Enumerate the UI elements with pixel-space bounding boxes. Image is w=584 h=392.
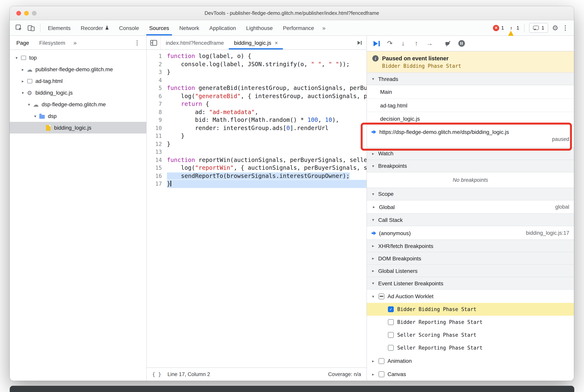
line-content[interactable] — [167, 148, 367, 156]
minimize-window-button[interactable] — [24, 11, 29, 16]
line-number[interactable]: 4 — [147, 76, 167, 84]
console-errors-badge[interactable]: ✕ 1 — [493, 25, 504, 31]
expanded-arrow-icon[interactable]: ▾ — [13, 56, 19, 60]
resume-script-icon[interactable] — [371, 38, 382, 49]
expanded-arrow-icon[interactable]: ▾ — [32, 114, 38, 118]
issues-button[interactable]: 1 — [529, 23, 548, 33]
line-content[interactable]: function generateBid(interestGroup, auct… — [167, 84, 367, 92]
event-listener-breakpoints-section-header[interactable]: ▾ Event Listener Breakpoints — [367, 277, 574, 290]
tree-item-dsp-fledge-demo-glitch-me[interactable]: ▾☁dsp-fledge-demo.glitch.me — [10, 98, 146, 110]
device-toolbar-icon[interactable] — [25, 22, 37, 34]
checkbox-unchecked[interactable] — [388, 345, 394, 351]
line-number[interactable]: 15 — [147, 164, 167, 172]
zoom-window-button[interactable] — [32, 11, 36, 16]
navigator-kebab-icon[interactable]: ⋮ — [129, 39, 145, 46]
line-content[interactable]: return { — [167, 100, 367, 108]
watch-section-header[interactable]: ▸ Watch — [367, 148, 574, 160]
expanded-arrow-icon[interactable]: ▾ — [26, 102, 32, 106]
line-content[interactable]: log("reportWin", { auctionSignals, perBu… — [167, 164, 367, 172]
tab-network[interactable]: Network — [174, 20, 204, 36]
thread-row-paused[interactable]: https://dsp-fledge-demo.glitch.me/dsp/bi… — [367, 126, 574, 147]
line-content[interactable]: } — [167, 180, 367, 188]
tree-item-ad-tag-html[interactable]: ▸ad-tag.html — [10, 75, 146, 87]
elb-group-canvas[interactable]: ▸Canvas — [367, 368, 574, 381]
elb-group-animation[interactable]: ▸Animation — [367, 354, 574, 368]
tab-sources[interactable]: Sources — [144, 20, 174, 36]
line-number[interactable]: 1 — [147, 52, 167, 60]
line-number[interactable]: 3 — [147, 68, 167, 76]
toggle-navigator-icon[interactable] — [147, 36, 161, 50]
window-titlebar[interactable]: DevTools - publisher-fledge-demo.glitch.… — [10, 6, 574, 20]
thread-row-main[interactable]: Main — [367, 85, 574, 99]
settings-gear-icon[interactable]: ⚙ — [552, 24, 558, 32]
line-number[interactable]: 9 — [147, 116, 167, 124]
line-content[interactable]: sendReportTo(browserSignals.interestGrou… — [167, 172, 367, 180]
pause-on-exceptions-icon[interactable] — [456, 38, 467, 49]
collapsed-arrow-icon[interactable]: ▸ — [371, 372, 375, 376]
line-content[interactable]: console.log(label, JSON.stringify(o, " "… — [167, 60, 367, 68]
close-window-button[interactable] — [16, 11, 21, 16]
kebab-menu-icon[interactable]: ⋮ — [562, 24, 569, 32]
collapsed-arrow-icon[interactable]: ▸ — [20, 79, 26, 83]
tab-recorder[interactable]: Recorder — [76, 20, 114, 36]
threads-section-header[interactable]: ▾ Threads — [367, 73, 574, 85]
line-number[interactable]: 10 — [147, 124, 167, 132]
tab-performance[interactable]: Performance — [278, 20, 319, 36]
step-icon[interactable]: → — [424, 38, 435, 49]
elb-item-bidder-reporting-phase-start[interactable]: Bidder Reporting Phase Start — [367, 316, 574, 328]
line-number[interactable]: 11 — [147, 132, 167, 140]
console-warnings-badge[interactable]: ! 1 — [508, 25, 519, 31]
step-out-icon[interactable]: ↑ — [411, 38, 422, 49]
line-content[interactable]: bid: Math.floor(Math.random() * 100, 10)… — [167, 116, 367, 124]
checkbox-checked[interactable] — [388, 306, 394, 312]
line-content[interactable]: } — [167, 132, 367, 140]
tree-item-dsp[interactable]: ▾dsp — [10, 110, 146, 122]
dom-breakpoints-section-header[interactable]: ▸ DOM Breakpoints — [367, 252, 574, 265]
expanded-arrow-icon[interactable]: ▾ — [20, 90, 26, 95]
line-content[interactable]: ad: "ad-metadata", — [167, 108, 367, 116]
tab-console[interactable]: Console — [114, 20, 144, 36]
checkbox-unchecked[interactable] — [388, 319, 394, 325]
line-number[interactable]: 12 — [147, 140, 167, 148]
line-number[interactable]: 2 — [147, 60, 167, 68]
elb-group-ad-auction-worklet[interactable]: ▾Ad Auction Worklet — [367, 290, 574, 303]
elb-item-seller-scoring-phase-start[interactable]: Seller Scoring Phase Start — [367, 328, 574, 342]
line-content[interactable]: } — [167, 68, 367, 76]
line-content[interactable]: } — [167, 140, 367, 148]
line-number[interactable]: 8 — [147, 108, 167, 116]
breakpoints-section-header[interactable]: ▾ Breakpoints — [367, 160, 574, 172]
checkbox-unchecked[interactable] — [379, 371, 384, 377]
line-number[interactable]: 16 — [147, 172, 167, 180]
expanded-arrow-icon[interactable]: ▾ — [371, 294, 375, 298]
tab-filesystem[interactable]: Filesystem — [34, 36, 70, 50]
line-number[interactable]: 14 — [147, 156, 167, 164]
more-editor-tabs-icon[interactable] — [353, 36, 367, 50]
line-content[interactable]: log("generateBid", { interestGroup, auct… — [167, 92, 367, 100]
deactivate-breakpoints-icon[interactable] — [442, 38, 454, 49]
pretty-print-icon[interactable]: { } — [152, 371, 161, 377]
global-listeners-section-header[interactable]: ▸ Global Listeners — [367, 265, 574, 277]
elb-item-seller-reporting-phase-start[interactable]: Seller Reporting Phase Start — [367, 342, 574, 354]
line-number[interactable]: 13 — [147, 148, 167, 156]
close-tab-icon[interactable]: × — [275, 40, 278, 46]
tab-page[interactable]: Page — [11, 36, 34, 50]
tab-elements[interactable]: Elements — [43, 20, 76, 36]
thread-row-ad-tag[interactable]: ad-tag.html — [367, 99, 574, 112]
tree-item-bidding-logic-js[interactable]: bidding_logic.js — [10, 122, 146, 134]
tree-item-top[interactable]: ▾top — [10, 52, 146, 64]
tree-item-bidding-logic-js[interactable]: ▾⚙bidding_logic.js — [10, 87, 146, 98]
editor-tab-index-html[interactable]: index.html?fencedframe — [161, 36, 229, 50]
scope-section-header[interactable]: ▾ Scope — [367, 188, 574, 200]
line-content[interactable]: render: interestGroup.ads[0].renderUrl — [167, 124, 367, 132]
collapsed-arrow-icon[interactable]: ▸ — [20, 67, 26, 72]
step-over-icon[interactable]: ↷ — [384, 38, 396, 49]
line-content[interactable]: function reportWin(auctionSignals, perBu… — [167, 156, 367, 164]
inspect-element-icon[interactable] — [13, 22, 24, 34]
line-number[interactable]: 7 — [147, 100, 167, 108]
more-panels-icon[interactable]: » — [319, 20, 329, 36]
line-number[interactable]: 17 — [147, 180, 167, 188]
checkbox-unchecked[interactable] — [379, 358, 384, 364]
step-into-icon[interactable]: ↓ — [397, 38, 409, 49]
elb-item-bidder-bidding-phase-start[interactable]: Bidder Bidding Phase Start — [367, 303, 574, 316]
checkbox-indeterminate[interactable] — [379, 293, 384, 299]
